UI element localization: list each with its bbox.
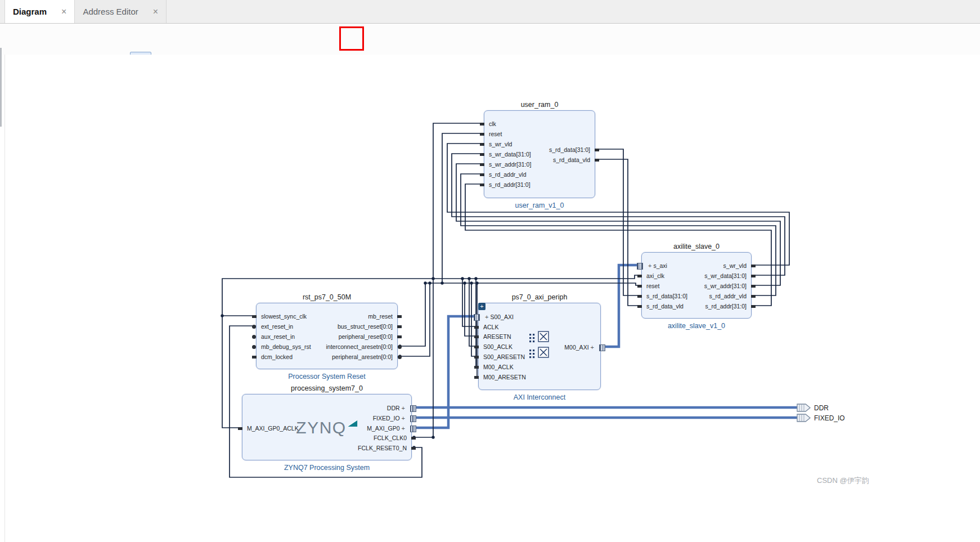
external-port-fixed-io[interactable]: FIXED_IO bbox=[797, 414, 845, 422]
port-pin[interactable] bbox=[751, 265, 756, 267]
port-dcm-locked[interactable]: dcm_locked bbox=[261, 352, 293, 362]
interface-pin[interactable] bbox=[599, 344, 605, 351]
port-pin[interactable] bbox=[474, 335, 479, 338]
block-ps7-0-axi-periph[interactable]: ps7_0_axi_periph + +S00_AXI ACLK ARESETN… bbox=[478, 303, 601, 390]
port-pin[interactable] bbox=[474, 326, 479, 329]
port-m-axi-gp0[interactable]: M_AXI_GP0+ bbox=[367, 423, 407, 433]
port-clk[interactable]: clk bbox=[489, 119, 496, 129]
port-s-rd-addr[interactable]: s_rd_addr[31:0] bbox=[705, 301, 747, 311]
port-pin[interactable] bbox=[398, 355, 402, 359]
interface-pin[interactable] bbox=[410, 405, 416, 412]
expand-port-icon[interactable]: + bbox=[485, 313, 488, 320]
port-pin[interactable] bbox=[474, 376, 479, 379]
port-mb-reset[interactable]: mb_reset bbox=[368, 311, 393, 321]
port-pin[interactable] bbox=[595, 159, 599, 162]
port-slowest-sync-clk[interactable]: slowest_sync_clk bbox=[261, 311, 307, 321]
port-aresetn[interactable]: ARESETN bbox=[483, 332, 511, 342]
port-s-rd-data-vld[interactable]: s_rd_data_vld bbox=[553, 155, 590, 165]
port-aclk[interactable]: ACLK bbox=[483, 322, 498, 332]
expand-port-icon[interactable]: + bbox=[402, 425, 405, 432]
port-pin[interactable] bbox=[480, 133, 484, 136]
port-pin[interactable] bbox=[480, 143, 484, 146]
port-s-rd-data[interactable]: s_rd_data[31:0] bbox=[646, 291, 687, 301]
port-axi-clk[interactable]: axi_clk bbox=[646, 271, 664, 281]
port-pin[interactable] bbox=[474, 346, 479, 348]
expand-port-icon[interactable]: + bbox=[591, 344, 594, 351]
port-m00-axi[interactable]: M00_AXI+ bbox=[564, 342, 596, 352]
expand-port-icon[interactable]: + bbox=[402, 415, 405, 422]
port-pin[interactable] bbox=[595, 149, 599, 151]
port-pin[interactable] bbox=[751, 305, 756, 308]
port-pin[interactable] bbox=[480, 153, 484, 156]
port-pin[interactable] bbox=[411, 437, 416, 440]
port-s-wr-vld[interactable]: s_wr_vld bbox=[489, 139, 512, 149]
port-pin[interactable] bbox=[252, 315, 257, 318]
port-m00-aclk[interactable]: M00_ACLK bbox=[483, 362, 514, 372]
port-pin[interactable] bbox=[397, 335, 402, 338]
port-ddr[interactable]: DDR+ bbox=[387, 403, 407, 413]
port-s-wr-addr[interactable]: s_wr_addr[31:0] bbox=[704, 281, 747, 291]
block-processing-system7-0[interactable]: processing_system7_0 M_AXI_GP0_ACLK DDR+… bbox=[242, 394, 412, 460]
port-pin[interactable] bbox=[480, 163, 484, 166]
interface-pin[interactable] bbox=[410, 415, 416, 422]
signal-wire-aresetn[interactable] bbox=[398, 283, 425, 346]
port-mb-debug-sys-rst[interactable]: mb_debug_sys_rst bbox=[261, 342, 311, 352]
port-s-wr-data[interactable]: s_wr_data[31:0] bbox=[489, 149, 531, 159]
port-s-wr-addr[interactable]: s_wr_addr[31:0] bbox=[489, 159, 531, 169]
port-s-wr-vld[interactable]: s_wr_vld bbox=[723, 261, 747, 271]
port-pin[interactable] bbox=[637, 305, 642, 308]
signal-wire-clk[interactable] bbox=[433, 275, 641, 279]
port-s00-aclk[interactable]: S00_ACLK bbox=[483, 342, 513, 352]
block-user-ram-0[interactable]: user_ram_0 clk reset s_wr_vld s_wr_data[… bbox=[484, 110, 595, 198]
port-pin[interactable] bbox=[474, 366, 479, 369]
port-pin[interactable] bbox=[397, 315, 402, 318]
port-ext-reset-in[interactable]: ext_reset_in bbox=[261, 321, 293, 332]
port-s-wr-data[interactable]: s_wr_data[31:0] bbox=[704, 271, 747, 281]
port-reset[interactable]: reset bbox=[646, 281, 659, 291]
port-pin[interactable] bbox=[252, 335, 256, 339]
port-s-rd-data-vld[interactable]: s_rd_data_vld bbox=[646, 301, 684, 311]
port-s-rd-addr-vld[interactable]: s_rd_addr_vld bbox=[709, 291, 747, 301]
port-s-rd-data[interactable]: s_rd_data[31:0] bbox=[549, 145, 590, 155]
port-pin[interactable] bbox=[411, 447, 416, 450]
port-pin[interactable] bbox=[751, 295, 756, 298]
expand-port-icon[interactable]: + bbox=[648, 262, 651, 269]
external-port-ddr[interactable]: DDR bbox=[797, 404, 829, 412]
port-fclk-reset0-n[interactable]: FCLK_RESET0_N bbox=[358, 443, 407, 453]
port-pin[interactable] bbox=[751, 285, 756, 288]
port-pin[interactable] bbox=[397, 325, 402, 328]
port-pin[interactable] bbox=[252, 325, 256, 329]
port-pin[interactable] bbox=[480, 173, 484, 176]
interface-pin[interactable] bbox=[474, 314, 480, 321]
port-peripheral-reset[interactable]: peripheral_reset[0:0] bbox=[339, 332, 393, 342]
port-interconnect-aresetn[interactable]: interconnect_aresetn[0:0] bbox=[326, 342, 393, 352]
port-pin[interactable] bbox=[252, 345, 256, 349]
port-bus-struct-reset[interactable]: bus_struct_reset[0:0] bbox=[338, 321, 393, 332]
port-pin[interactable] bbox=[637, 275, 642, 277]
port-s-axi[interactable]: +s_axi bbox=[646, 261, 667, 271]
port-pin[interactable] bbox=[480, 183, 484, 186]
interface-pin[interactable] bbox=[637, 263, 643, 270]
port-m00-aresetn[interactable]: M00_ARESETN bbox=[483, 372, 526, 382]
port-pin[interactable] bbox=[637, 295, 642, 298]
port-pin[interactable] bbox=[238, 427, 242, 430]
expand-block-icon[interactable]: + bbox=[478, 303, 485, 310]
signal-wire-aresetn[interactable] bbox=[425, 283, 641, 285]
port-s00-axi[interactable]: +S00_AXI bbox=[483, 312, 514, 322]
port-pin[interactable] bbox=[252, 356, 257, 359]
port-peripheral-aresetn[interactable]: peripheral_aresetn[0:0] bbox=[332, 352, 393, 362]
port-pin[interactable] bbox=[398, 345, 402, 349]
signal-wire-aresetn[interactable] bbox=[442, 133, 484, 283]
expand-port-icon[interactable]: + bbox=[402, 405, 405, 411]
port-s00-aresetn[interactable]: S00_ARESETN bbox=[483, 352, 525, 362]
block-rst-ps7-0-50m[interactable]: rst_ps7_0_50M slowest_sync_clk ext_reset… bbox=[256, 303, 398, 369]
port-pin[interactable] bbox=[751, 275, 756, 277]
port-reset[interactable]: reset bbox=[489, 129, 502, 139]
port-pin[interactable] bbox=[474, 356, 479, 359]
port-fclk-clk0[interactable]: FCLK_CLK0 bbox=[374, 433, 407, 443]
port-fixed-io[interactable]: FIXED_IO+ bbox=[373, 413, 407, 423]
port-aux-reset-in[interactable]: aux_reset_in bbox=[261, 332, 295, 342]
port-s-rd-addr[interactable]: s_rd_addr[31:0] bbox=[489, 180, 531, 190]
block-axilite-slave-0[interactable]: axilite_slave_0 +s_axi axi_clk reset s_r… bbox=[641, 252, 752, 319]
interface-pin[interactable] bbox=[410, 425, 416, 432]
